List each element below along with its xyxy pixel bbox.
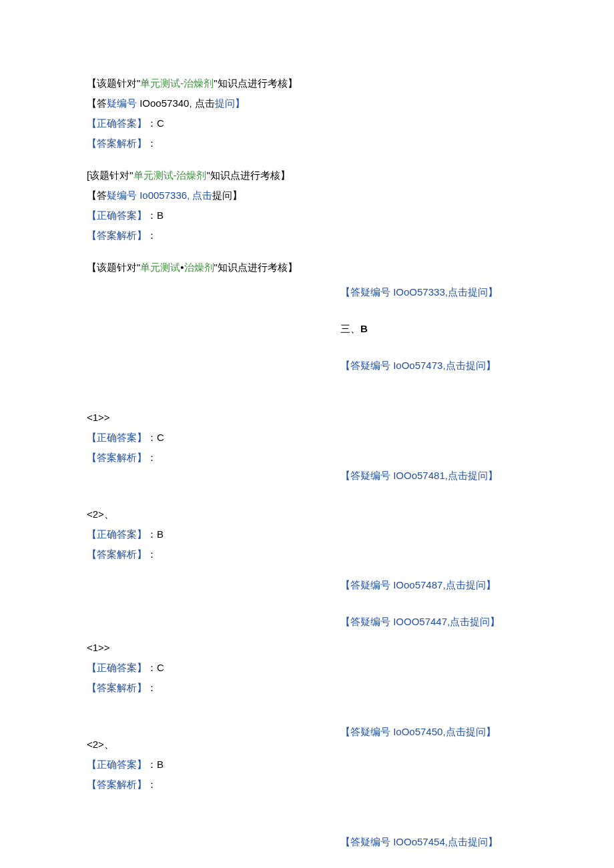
text: [该题针对" [87, 169, 133, 181]
analysis-line: 【答案解析】： [87, 133, 527, 153]
text: 疑编号 [107, 97, 139, 109]
text: ： [147, 779, 157, 790]
correct-answer-value: ：C [147, 117, 164, 129]
correct-answer-label: 【正确答案】 [87, 432, 147, 443]
question-id-link[interactable]: 【答疑编号 IOoo57487,点击提问】 [340, 575, 496, 595]
qa-block-4: <2>、 【正确答案】：B 【答案解析】： [87, 735, 527, 795]
question-id-link[interactable]: 【答疑编号 IOOo57454,点击提问】 [340, 832, 498, 852]
knowledge-point-name: 单元测试 [140, 262, 180, 273]
text: 【答 [87, 189, 107, 201]
text: 提问】 [215, 97, 245, 109]
sub-index: <1>> [87, 408, 527, 428]
question-id-text: 【答疑编号 IOoO57333,点击提问】 [340, 286, 498, 298]
question-id-link[interactable]: 【答疑编号 IoOo57450,点击提问】 [340, 722, 496, 742]
text: "知识点进行考核】 [207, 169, 290, 181]
correct-answer-line: 【正确答案】：B [87, 205, 527, 226]
question-id-link[interactable]: 【答疑编号 IOoO57333,点击提问】 [340, 282, 498, 302]
knowledge-point-line: 【该题针对"单元测试•治燥剂"知识点进行考核】 [87, 258, 527, 278]
question-id-line: 【答疑编号 Io0057336, 点击提问】 [87, 185, 527, 205]
analysis-line: 【答案解析】： [87, 226, 527, 246]
knowledge-point-name: 治燥剂 [184, 262, 214, 273]
text: 提问】 [212, 189, 242, 201]
text: ： [147, 230, 157, 241]
text: IOoo57340, 点击 [139, 97, 215, 109]
question-id-text: 【答疑编号 IOOo57454,点击提问】 [340, 836, 498, 847]
text: 【该题针对" [87, 262, 140, 273]
correct-answer-label: 【正确答案】 [87, 528, 147, 540]
section-letter: B [360, 323, 368, 334]
text: 疑编号 Io0057336, 点击 [107, 189, 212, 201]
correct-answer-value: ：C [147, 432, 164, 443]
answer-block-2: [该题针对"单元测试-治燥剂"知识点进行考核】 【答疑编号 Io0057336,… [87, 165, 527, 246]
correct-answer-value: ：C [147, 662, 164, 673]
question-id-line: 【答疑编号 IOoo57340, 点击提问】 [87, 93, 527, 113]
analysis-line: 【答案解析】： [87, 448, 527, 468]
text: 【答 [87, 97, 107, 109]
analysis-line: 【答案解析】： [87, 775, 527, 795]
question-id-text: 【答疑编号 IoOo57450,点击提问】 [340, 726, 496, 737]
analysis-line: 【答案解析】： [87, 678, 527, 698]
question-id-text: 【答疑编号 IOOo57481,点击提问】 [340, 470, 498, 481]
correct-answer-line: 【正确答案】：B [87, 755, 527, 775]
correct-answer-label: 【正确答案】 [87, 209, 147, 221]
answer-block-1: 【该题针对"单元测试-治燥剂"知识点进行考核】 【答疑编号 IOoo57340,… [87, 73, 527, 153]
analysis-label: 【答案解析】 [87, 682, 147, 693]
knowledge-point-line: [该题针对"单元测试-治燥剂"知识点进行考核】 [87, 165, 527, 185]
sub-index: <1>> [87, 638, 527, 658]
correct-answer-line: 【正确答案】：C [87, 113, 527, 133]
correct-answer-value: ：B [147, 209, 164, 221]
text: "知识点进行考核】 [214, 262, 298, 273]
section-number: 三、 [340, 323, 360, 334]
correct-answer-line: 【正确答案】：C [87, 428, 527, 448]
text: 【该题针对" [87, 77, 140, 89]
question-id-link[interactable]: 【答疑编号 IOOO57447,点击提问】 [340, 612, 500, 632]
qa-block-2: <2>、 【正确答案】：B 【答案解析】： [87, 504, 527, 564]
question-id-link[interactable]: 【答疑编号 IoOo57473,点击提问】 [340, 356, 496, 376]
correct-answer-line: 【正确答案】：C [87, 658, 527, 678]
analysis-label: 【答案解析】 [87, 452, 147, 463]
qa-block-1: <1>> 【正确答案】：C 【答案解析】： [87, 408, 527, 468]
document-page: 【该题针对"单元测试-治燥剂"知识点进行考核】 【答疑编号 IOoo57340,… [0, 0, 614, 868]
correct-answer-line: 【正确答案】：B [87, 524, 527, 544]
text: ： [147, 452, 157, 463]
question-id-text: 【答疑编号 IoOo57473,点击提问】 [340, 360, 496, 371]
analysis-label: 【答案解析】 [87, 779, 147, 790]
analysis-label: 【答案解析】 [87, 137, 147, 149]
correct-answer-label: 【正确答案】 [87, 662, 147, 673]
section-heading: 三、B [340, 319, 368, 339]
qa-block-3: <1>> 【正确答案】：C 【答案解析】： [87, 638, 527, 698]
text: "知识点进行考核】 [214, 77, 297, 89]
correct-answer-label: 【正确答案】 [87, 759, 147, 770]
analysis-label: 【答案解析】 [87, 230, 147, 241]
sub-index: <2>、 [87, 504, 527, 524]
analysis-line: 【答案解析】： [87, 544, 527, 564]
correct-answer-value: ：B [147, 528, 164, 540]
answer-block-3: 【该题针对"单元测试•治燥剂"知识点进行考核】 [87, 258, 527, 278]
question-id-text: 【答疑编号 IOoo57487,点击提问】 [340, 579, 496, 590]
text: ： [147, 682, 157, 693]
knowledge-point-name: 单元测试-治燥剂 [140, 77, 214, 89]
text: ： [147, 548, 157, 560]
question-id-text: 【答疑编号 IOOO57447,点击提问】 [340, 616, 500, 627]
correct-answer-label: 【正确答案】 [87, 117, 147, 129]
correct-answer-value: ：B [147, 759, 164, 770]
knowledge-point-name: 单元测试-治燥剂 [133, 169, 207, 181]
analysis-label: 【答案解析】 [87, 548, 147, 560]
text: ： [147, 137, 157, 149]
knowledge-point-line: 【该题针对"单元测试-治燥剂"知识点进行考核】 [87, 73, 527, 93]
question-id-link[interactable]: 【答疑编号 IOOo57481,点击提问】 [340, 466, 498, 486]
